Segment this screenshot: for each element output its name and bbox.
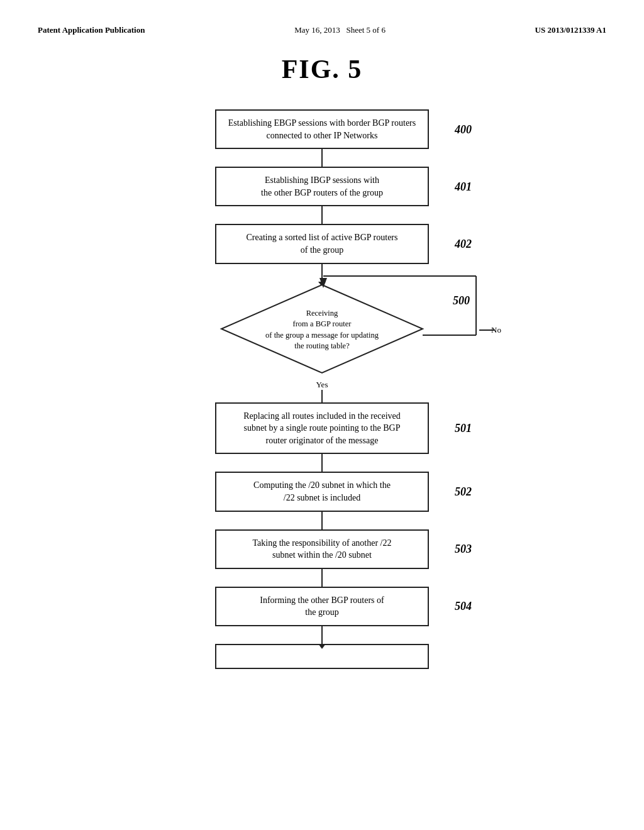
arrow-402-500 <box>321 264 323 282</box>
label-401: 401 <box>455 180 472 193</box>
header-publication-label: Patent Application Publication <box>38 25 145 35</box>
box-502: Computing the /20 subnet in which the/22… <box>215 472 429 511</box>
box-402-text: Creating a sorted list of active BGP rou… <box>247 233 398 255</box>
diamond-500-wrapper: Receivingfrom a BGP routerof the group a… <box>215 282 429 379</box>
label-402: 402 <box>455 237 472 250</box>
box-402-wrapper: Creating a sorted list of active BGP rou… <box>215 224 429 263</box>
box-503-text: Taking the responsibility of another /22… <box>252 538 391 560</box>
box-502-text: Computing the /20 subnet in which the/22… <box>253 480 391 502</box>
box-503: Taking the responsibility of another /22… <box>215 529 429 569</box>
arrow-501-502 <box>321 454 323 472</box>
flow-item-400: Establishing EBGP sessions with border B… <box>140 109 504 167</box>
box-402: Creating a sorted list of active BGP rou… <box>215 224 429 263</box>
flow-item-401: Establishing IBGP sessions withthe other… <box>140 167 504 224</box>
yes-label: Yes <box>316 380 328 390</box>
flowchart: Establishing EBGP sessions with border B… <box>140 109 504 669</box>
header-date-sheet: May 16, 2013 Sheet 5 of 6 <box>294 25 386 35</box>
header-patent-number: US 2013/0121339 A1 <box>535 25 606 35</box>
box-400: Establishing EBGP sessions with border B… <box>215 109 429 149</box>
arrow-500-501 <box>321 390 323 402</box>
box-400-text: Establishing EBGP sessions with border B… <box>228 118 416 140</box>
flow-item-502: Computing the /20 subnet in which the/22… <box>140 472 504 529</box>
label-504: 504 <box>455 600 472 613</box>
box-501-wrapper: Replacing all routes included in the rec… <box>215 402 429 455</box>
box-501-text: Replacing all routes included in the rec… <box>243 411 401 445</box>
box-401-text: Establishing IBGP sessions withthe other… <box>261 175 383 197</box>
box-501: Replacing all routes included in the rec… <box>215 402 429 455</box>
box-504: Informing the other BGP routers ofthe gr… <box>215 587 429 626</box>
box-400-wrapper: Establishing EBGP sessions with border B… <box>215 109 429 149</box>
arrow-502-503 <box>321 512 323 529</box>
arrow-503-504 <box>321 569 323 587</box>
flowchart-container: Establishing EBGP sessions with border B… <box>140 109 504 669</box>
figure-title: FIG. 5 <box>38 54 606 84</box>
flow-item-503: Taking the responsibility of another /22… <box>140 529 504 587</box>
page: Patent Application Publication May 16, 2… <box>0 0 644 830</box>
box-502-wrapper: Computing the /20 subnet in which the/22… <box>215 472 429 511</box>
label-501: 501 <box>455 421 472 434</box>
arrow-504-bottom <box>321 626 323 644</box>
box-504-wrapper: Informing the other BGP routers ofthe gr… <box>215 587 429 626</box>
page-header: Patent Application Publication May 16, 2… <box>38 25 606 35</box>
label-400: 400 <box>455 123 472 136</box>
flow-item-500: Receivingfrom a BGP routerof the group a… <box>140 282 504 402</box>
header-date: May 16, 2013 <box>294 25 340 35</box>
header-sheet: Sheet 5 of 6 <box>346 25 385 35</box>
box-503-wrapper: Taking the responsibility of another /22… <box>215 529 429 569</box>
label-502: 502 <box>455 485 472 498</box>
box-401-wrapper: Establishing IBGP sessions withthe other… <box>215 167 429 206</box>
label-500: 500 <box>453 294 470 307</box>
flow-item-504: Informing the other BGP routers ofthe gr… <box>140 587 504 644</box>
arrow-401-402 <box>321 206 323 224</box>
flow-item-501: Replacing all routes included in the rec… <box>140 402 504 472</box>
label-503: 503 <box>455 543 472 556</box>
box-401: Establishing IBGP sessions withthe other… <box>215 167 429 206</box>
no-horiz-line <box>479 329 495 331</box>
diamond-500-text: Receivingfrom a BGP routerof the group a… <box>259 308 385 352</box>
box-504-text: Informing the other BGP routers ofthe gr… <box>260 595 384 617</box>
flow-item-402: Creating a sorted list of active BGP rou… <box>140 224 504 281</box>
arrow-400-401 <box>321 149 323 167</box>
